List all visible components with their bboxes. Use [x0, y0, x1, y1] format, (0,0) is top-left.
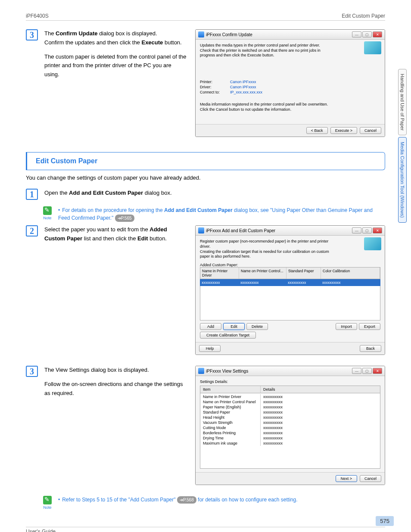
dialog-icon — [198, 368, 204, 374]
help-button[interactable]: Help — [199, 345, 221, 352]
step-number-1: 1 — [26, 189, 38, 200]
note1-text: •For details on the procedure for openin… — [58, 206, 385, 222]
maximize-button[interactable]: ▢ — [362, 368, 372, 374]
note-label: Note — [41, 216, 54, 220]
settings-row: Standard Paperxxxxxxxxxx — [200, 410, 380, 415]
connect-label: Connect to: — [200, 90, 230, 94]
printer-label: Printer: — [200, 80, 230, 84]
driver-label: Driver: — [200, 85, 230, 89]
note-icon — [43, 206, 52, 215]
dialog1-title: iPFxxxx Confirm Update — [206, 32, 252, 37]
paper-roll-image — [364, 41, 381, 54]
step-number-3b: 3 — [26, 366, 38, 377]
page-number: 575 — [376, 516, 394, 526]
settings-row: Paper Name (English)xxxxxxxxxx — [200, 404, 380, 410]
add-edit-custom-paper-dialog: iPFxxxx Add and Edit Custom Paper — ▢ ✕ … — [195, 225, 385, 355]
dialog-icon — [198, 31, 204, 37]
back-button[interactable]: < Back — [306, 127, 328, 134]
cancel-button-3[interactable]: Cancel — [360, 475, 381, 482]
side-tab-media-config[interactable]: Media Configuration Tool (Windows) — [398, 137, 407, 223]
section-desc: You can change the settings of custom pa… — [26, 174, 385, 182]
paper-roll-image — [364, 237, 381, 250]
step1-text: Open the Add and Edit Custom Paper dialo… — [44, 189, 385, 198]
delete-button[interactable]: Delete — [246, 323, 268, 330]
step3a-line1: The Confirm Update dialog box is display… — [44, 29, 187, 38]
minimize-button[interactable]: — — [352, 227, 361, 233]
settings-row: Name in Printer Driverxxxxxxxxxx — [200, 394, 380, 399]
import-button[interactable]: Import — [336, 323, 357, 330]
header-section: Edit Custom Paper — [342, 13, 385, 19]
settings-row: Vacuum Strengthxxxxxxxxxx — [200, 420, 380, 425]
edit-button[interactable]: Edit — [223, 323, 245, 330]
settings-table-header: Item Details — [200, 386, 380, 393]
back-button-2[interactable]: Back — [360, 345, 381, 352]
settings-row: Maximum ink usagexxxxxxxxxx — [200, 441, 380, 446]
page-ref-568[interactable]: ➔P.568 — [177, 496, 196, 504]
step3b-line1: The View Settings dialog box is displaye… — [44, 366, 187, 375]
execute-button[interactable]: Execute > — [330, 127, 357, 134]
dialog-icon — [198, 227, 204, 233]
cancel-button[interactable]: Cancel — [360, 127, 381, 134]
view-settings-dialog: iPFxxxx View Settings — ▢ ✕ Settings Det… — [195, 366, 385, 485]
minimize-button[interactable]: — — [352, 31, 361, 37]
export-button[interactable]: Export — [359, 323, 380, 330]
add-button[interactable]: Add — [200, 323, 221, 330]
note2-text: •Refer to Steps 5 to 15 of the "Add Cust… — [58, 496, 298, 504]
dialog2-title: iPFxxxx Add and Edit Custom Paper — [206, 228, 275, 233]
footer-left: User's Guide — [26, 529, 56, 532]
settings-row: Cutting Modexxxxxxxxxx — [200, 425, 380, 430]
settings-row: Name on Printer Control Panelxxxxxxxxxx — [200, 399, 380, 404]
section-title: Edit Custom Paper — [31, 155, 380, 168]
table-empty-area — [200, 286, 380, 320]
step3b-line2: Follow the on-screen directions and chan… — [44, 380, 187, 398]
next-button[interactable]: Next > — [336, 475, 357, 482]
settings-row: Borderless Printingxxxxxxxxxx — [200, 430, 380, 436]
table-header: Name in Printer Driver Name on Printer C… — [200, 267, 380, 279]
settings-row: Head Heightxxxxxxxxxx — [200, 415, 380, 420]
close-button[interactable]: ✕ — [373, 31, 382, 37]
step-number-2: 2 — [26, 225, 38, 236]
driver-value: Canon iPFxxxx — [230, 85, 256, 89]
dialog3-title: iPFxxxx View Settings — [206, 369, 248, 373]
close-button[interactable]: ✕ — [373, 368, 382, 374]
step-number-3a: 3 — [26, 29, 38, 40]
confirm-update-dialog: iPFxxxx Confirm Update — ▢ ✕ Updates the… — [195, 29, 385, 137]
settings-row: Drying Timexxxxxxxxxx — [200, 436, 380, 441]
table-row[interactable]: xxxxxxxxxx xxxxxxxxxx xxxxxxxxxx xxxxxxx… — [200, 279, 380, 286]
step3a-line2: Confirm the updates and then click the E… — [44, 38, 187, 47]
header-model: iPF6400S — [26, 13, 49, 19]
section-title-container: Edit Custom Paper — [26, 152, 385, 170]
maximize-button[interactable]: ▢ — [362, 31, 372, 37]
connect-value: IP_xxx.xxx.xxx.xxx — [230, 90, 262, 94]
close-button[interactable]: ✕ — [373, 227, 382, 233]
note-icon — [43, 496, 52, 504]
page-ref-565[interactable]: ➔P.565 — [115, 215, 134, 222]
dialog1-note: Media information registered in the prin… — [200, 102, 380, 112]
settings-details-label: Settings Details: — [200, 380, 380, 384]
dialog2-desc: Register custom paper (non-recommended p… — [200, 239, 335, 259]
side-tab-handling[interactable]: Handling and Use of Paper — [398, 69, 407, 135]
added-custom-paper-label: Added Custom Paper: — [200, 263, 380, 267]
step3a-line3: The custom paper is deleted from the con… — [44, 53, 187, 79]
create-calibration-target-button[interactable]: Create Calibration Target — [200, 332, 256, 339]
dialog1-desc: Updates the media types in the printer c… — [200, 43, 335, 58]
minimize-button[interactable]: — — [352, 368, 361, 374]
maximize-button[interactable]: ▢ — [362, 227, 372, 233]
step2-text: Select the paper you want to edit from t… — [44, 225, 187, 243]
printer-value: Canon iPFxxxx — [230, 80, 256, 84]
note-label-2: Note — [41, 505, 54, 510]
